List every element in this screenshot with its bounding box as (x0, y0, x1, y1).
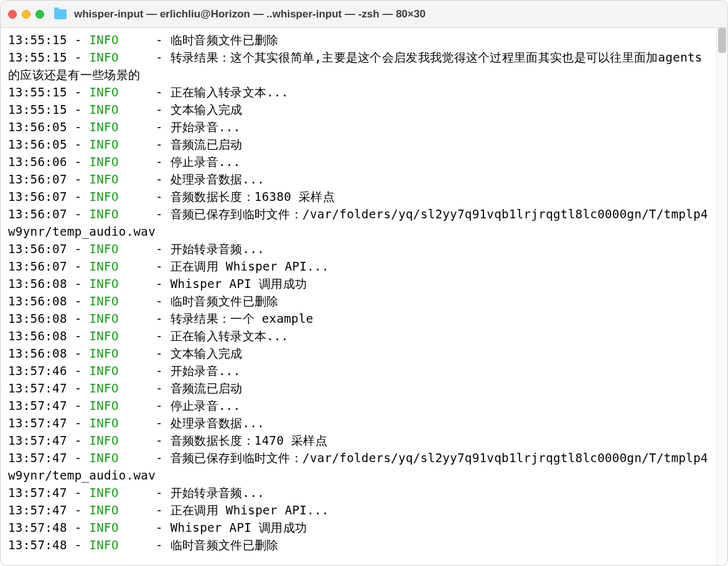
log-level: INFO (89, 381, 148, 396)
log-line: 13:57:47 - INFO - 音频数据长度：1470 采样点 (8, 434, 327, 448)
log-level: INFO (89, 190, 148, 204)
log-level: INFO (89, 312, 148, 326)
log-level: INFO (89, 33, 148, 47)
log-level: INFO (89, 242, 148, 256)
log-line: 13:56:08 - INFO - Whisper API 调用成功 (8, 277, 307, 291)
log-line: 13:56:07 - INFO - 音频已保存到临时文件：/var/folder… (8, 207, 708, 239)
log-line: 13:56:08 - INFO - 转录结果：一个 example (8, 312, 314, 326)
log-line: 13:55:15 - INFO - 文本输入完成 (8, 103, 243, 117)
log-line: 13:57:47 - INFO - 音频已保存到临时文件：/var/folder… (8, 451, 708, 483)
terminal-window: whisper-input — erlichliu@Horizon — ..wh… (0, 0, 728, 566)
log-line: 13:55:15 - INFO - 临时音频文件已删除 (8, 33, 278, 47)
log-level: INFO (89, 521, 148, 535)
log-line: 13:57:47 - INFO - 开始转录音频... (8, 486, 264, 500)
log-level: INFO (89, 538, 148, 552)
log-level: INFO (89, 329, 148, 343)
log-line: 13:57:47 - INFO - 处理录音数据... (8, 416, 264, 430)
log-level: INFO (89, 259, 148, 274)
log-level: INFO (89, 364, 148, 378)
log-level: INFO (89, 451, 148, 465)
log-line: 13:56:07 - INFO - 开始转录音频... (8, 242, 264, 256)
log-line: 13:57:47 - INFO - 停止录音... (8, 399, 241, 413)
log-level: INFO (89, 103, 148, 117)
log-level: INFO (89, 277, 148, 291)
log-line: 13:57:48 - INFO - Whisper API 调用成功 (8, 521, 307, 535)
titlebar[interactable]: whisper-input — erlichliu@Horizon — ..wh… (1, 1, 727, 28)
log-line: 13:56:07 - INFO - 音频数据长度：16380 采样点 (8, 190, 335, 204)
log-level: INFO (89, 416, 148, 430)
log-level: INFO (89, 434, 148, 448)
log-level: INFO (89, 486, 148, 500)
log-line: 13:57:48 - INFO - 临时音频文件已删除 (8, 538, 278, 552)
log-line: 13:56:06 - INFO - 停止录音... (8, 155, 241, 169)
scrollbar-thumb[interactable] (718, 28, 726, 53)
log-level: INFO (89, 137, 148, 152)
log-level: INFO (89, 207, 148, 221)
log-line: 13:56:05 - INFO - 音频流已启动 (8, 137, 243, 152)
terminal-body[interactable]: 13:55:15 - INFO - 临时音频文件已删除 13:55:15 - I… (1, 28, 727, 565)
log-line: 13:55:15 - INFO - 正在输入转录文本... (8, 85, 289, 100)
log-line: 13:57:47 - INFO - 音频流已启动 (8, 381, 243, 396)
window-title: whisper-input — erlichliu@Horizon — ..wh… (74, 8, 426, 21)
log-level: INFO (89, 85, 148, 100)
folder-icon (54, 9, 67, 19)
log-level: INFO (89, 294, 148, 309)
log-level: INFO (89, 399, 148, 413)
log-level: INFO (89, 346, 148, 361)
maximize-button[interactable] (35, 10, 44, 19)
log-line: 13:56:07 - INFO - 正在调用 Whisper API... (8, 259, 329, 274)
log-level: INFO (89, 120, 148, 134)
log-level: INFO (89, 172, 148, 187)
terminal-output[interactable]: 13:55:15 - INFO - 临时音频文件已删除 13:55:15 - I… (1, 28, 716, 565)
log-line: 13:57:47 - INFO - 正在调用 Whisper API... (8, 503, 329, 517)
log-level: INFO (89, 503, 148, 517)
log-line: 13:56:08 - INFO - 临时音频文件已删除 (8, 294, 278, 309)
log-line: 13:55:15 - INFO - 转录结果：这个其实很简单,主要是这个会启发我… (8, 50, 702, 82)
scrollbar-track[interactable] (716, 28, 727, 565)
minimize-button[interactable] (22, 10, 30, 19)
log-level: INFO (89, 155, 148, 169)
log-level: INFO (89, 50, 148, 65)
log-line: 13:56:08 - INFO - 文本输入完成 (8, 346, 243, 361)
log-line: 13:56:05 - INFO - 开始录音... (8, 120, 241, 134)
close-button[interactable] (8, 10, 17, 19)
log-line: 13:57:46 - INFO - 开始录音... (8, 364, 241, 378)
traffic-lights (8, 10, 44, 19)
log-line: 13:56:07 - INFO - 处理录音数据... (8, 172, 264, 187)
log-line: 13:56:08 - INFO - 正在输入转录文本... (8, 329, 289, 343)
